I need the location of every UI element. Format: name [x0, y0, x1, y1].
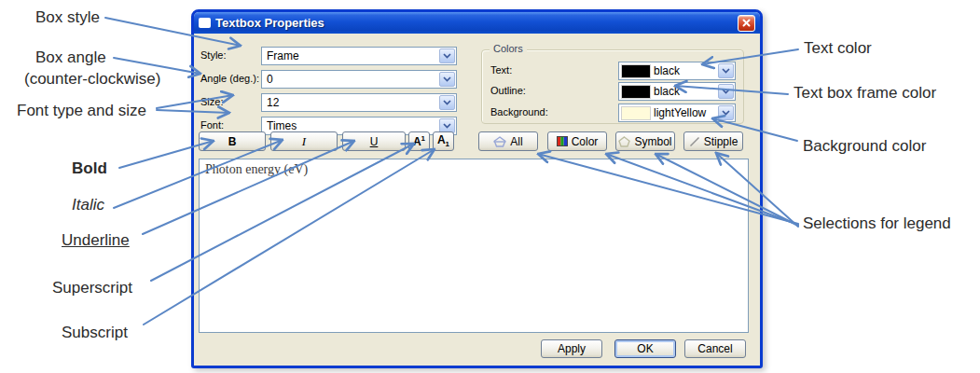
style-dropdown[interactable]: Frame	[261, 47, 457, 65]
annotation-italic: Italic	[72, 196, 104, 214]
diagonal-line-icon	[689, 136, 700, 147]
outline-color-dropdown[interactable]: black	[618, 82, 736, 101]
angle-value: 0	[262, 73, 439, 86]
annotation-font-type-size: Font type and size	[17, 102, 146, 120]
apply-button[interactable]: Apply	[541, 339, 602, 358]
background-color-value: lightYellow	[650, 106, 718, 119]
legend-all-button[interactable]: All	[478, 131, 538, 151]
superscript-button-label: A1	[413, 134, 425, 148]
subscript-button[interactable]: A1	[433, 131, 454, 151]
apply-button-label: Apply	[558, 342, 586, 355]
font-label: Font:	[200, 119, 224, 131]
size-dropdown[interactable]: 12	[261, 93, 457, 112]
subscript-button-label: A1	[437, 133, 449, 148]
underline-button[interactable]: U	[342, 131, 406, 151]
colors-group-title: Colors	[490, 43, 527, 54]
legend-all-label: All	[510, 135, 522, 148]
text-color-swatch	[622, 65, 650, 77]
annotation-box-angle-line1: Box angle	[35, 48, 106, 67]
background-color-swatch	[622, 107, 650, 119]
outline-color-swatch	[622, 86, 650, 98]
outline-color-value: black	[650, 85, 718, 98]
legend-symbol-button[interactable]: Symbol	[615, 131, 675, 151]
italic-button[interactable]: I	[270, 131, 338, 151]
annotation-box-angle-line2: (counter-clockwise)	[24, 70, 160, 89]
underline-button-label: U	[370, 135, 379, 148]
rgb-stripes-icon	[557, 136, 568, 146]
text-color-label: Text:	[490, 64, 512, 76]
chevron-down-icon[interactable]	[439, 95, 455, 110]
style-value: Frame	[262, 49, 439, 62]
annotation-superscript: Superscript	[52, 279, 132, 297]
pentagon-strikethrough-icon	[493, 136, 506, 147]
colors-groupbox: Colors Text: black Outline: black	[481, 49, 744, 124]
annotation-frame-color: Text box frame color	[794, 84, 936, 103]
close-icon	[741, 18, 752, 28]
angle-dropdown[interactable]: 0	[261, 70, 457, 89]
chevron-down-icon[interactable]	[439, 48, 455, 63]
background-color-label: Background:	[490, 106, 548, 117]
size-label: Size:	[200, 96, 223, 107]
legend-symbol-label: Symbol	[634, 135, 671, 148]
close-button[interactable]	[738, 15, 755, 32]
legend-color-label: Color	[572, 135, 599, 148]
screenshot-canvas: Box style Box angle (counter-clockwise) …	[0, 0, 980, 373]
chevron-down-icon[interactable]	[718, 84, 734, 99]
size-value: 12	[262, 96, 439, 109]
annotation-background-color: Background color	[803, 137, 926, 156]
outline-color-label: Outline:	[490, 85, 526, 96]
titlebar[interactable]: Textbox Properties	[194, 12, 760, 34]
textbox-content-area[interactable]: Photon energy (eV)	[199, 159, 749, 333]
annotation-underline: Underline	[62, 231, 130, 250]
annotation-text-color: Text color	[804, 39, 872, 58]
bold-button-label: B	[228, 135, 237, 148]
annotation-selections-for-legend: Selections for legend	[803, 214, 951, 233]
legend-stipple-button[interactable]: Stipple	[683, 131, 743, 151]
dialog-client-area: Style: Frame Angle (deg.): 0 Size: 12	[194, 34, 760, 366]
superscript-button[interactable]: A1	[408, 131, 430, 151]
text-color-value: black	[650, 64, 718, 77]
style-label: Style:	[200, 49, 227, 61]
annotation-box-style: Box style	[35, 8, 100, 27]
window-title: Textbox Properties	[215, 16, 733, 30]
textbox-properties-dialog: Textbox Properties Style: Frame Angle (d…	[191, 9, 763, 368]
pentagon-icon	[618, 136, 630, 147]
ok-button-label: OK	[637, 342, 653, 355]
annotation-bold: Bold	[72, 159, 107, 178]
annotation-subscript: Subscript	[62, 324, 128, 342]
legend-color-button[interactable]: Color	[547, 131, 607, 151]
bold-button[interactable]: B	[199, 131, 266, 151]
legend-stipple-label: Stipple	[704, 135, 738, 148]
text-color-dropdown[interactable]: black	[618, 62, 736, 80]
angle-label: Angle (deg.):	[200, 73, 259, 84]
font-value: Times	[262, 119, 439, 132]
ok-button[interactable]: OK	[614, 339, 676, 358]
background-color-dropdown[interactable]: lightYellow	[618, 104, 736, 122]
chevron-down-icon[interactable]	[718, 105, 734, 120]
cancel-button-label: Cancel	[697, 342, 732, 355]
chevron-down-icon[interactable]	[718, 63, 734, 78]
italic-button-label: I	[302, 134, 306, 149]
chevron-down-icon[interactable]	[439, 72, 455, 87]
window-icon	[199, 18, 211, 28]
cancel-button[interactable]: Cancel	[684, 339, 746, 358]
